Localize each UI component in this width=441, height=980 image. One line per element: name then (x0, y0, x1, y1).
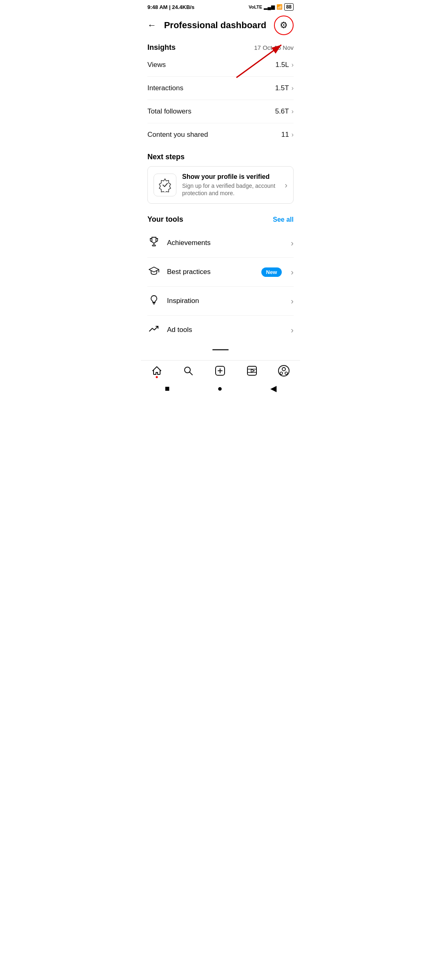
best-practices-icon (147, 265, 160, 279)
chevron-icon: › (291, 267, 294, 277)
tool-ad-tools[interactable]: Ad tools › (147, 316, 294, 344)
android-nav: ■ ● ◀ (141, 379, 300, 400)
chevron-icon: › (292, 131, 294, 138)
metric-content-value: 11 (281, 131, 289, 139)
metric-interactions[interactable]: Interactions 1.5T › (147, 77, 294, 100)
chevron-icon: › (291, 238, 294, 248)
signal-icon: ▂▄▆ (264, 4, 275, 10)
your-tools-title: Your tools (147, 215, 183, 224)
svg-marker-14 (251, 369, 254, 372)
verified-badge-card[interactable]: Show your profile is verified Sign up fo… (147, 166, 294, 204)
nav-search[interactable] (183, 365, 194, 376)
main-content: Insights 17 Oct-15 Nov Views 1.5L › Inte… (141, 40, 300, 350)
svg-rect-3 (152, 245, 156, 246)
page-title: Professional dashboard (156, 20, 274, 31)
chevron-icon: › (292, 85, 294, 92)
metric-views[interactable]: Views 1.5L › (147, 53, 294, 77)
tool-achievements[interactable]: Achievements › (147, 229, 294, 258)
verified-badge-subtitle: Sign up for a verified badge, account pr… (182, 182, 279, 197)
date-range: 17 Oct-15 Nov (254, 44, 294, 51)
svg-line-9 (190, 372, 193, 375)
android-square-btn[interactable]: ■ (165, 384, 169, 393)
next-steps-title: Next steps (147, 146, 294, 166)
page-header: ← Professional dashboard ⚙ (141, 12, 300, 40)
svg-marker-4 (149, 267, 159, 272)
metric-views-label: Views (147, 61, 166, 69)
tool-best-practices[interactable]: Best practices New › (147, 258, 294, 287)
android-back-btn[interactable]: ◀ (270, 383, 276, 393)
achievements-label: Achievements (167, 239, 284, 247)
settings-button[interactable]: ⚙ (274, 16, 294, 35)
metric-followers-value: 5.6T (275, 107, 289, 116)
see-all-button[interactable]: See all (273, 216, 294, 223)
nav-home[interactable] (151, 365, 163, 376)
insights-title: Insights (147, 43, 176, 52)
ad-tools-icon (147, 323, 160, 337)
nav-profile[interactable] (278, 365, 290, 377)
tool-inspiration[interactable]: Inspiration › (147, 287, 294, 316)
inspiration-label: Inspiration (167, 297, 284, 305)
status-bar: 9:48 AM | 24.4KB/s VoLTE ▂▄▆ 📶 88 (141, 0, 300, 12)
metric-content-label: Content you shared (147, 131, 208, 139)
achievements-icon (147, 236, 160, 250)
chevron-icon: › (292, 108, 294, 115)
chevron-icon: › (292, 61, 294, 69)
inspiration-icon (147, 294, 160, 308)
metric-followers[interactable]: Total followers 5.6T › (147, 100, 294, 123)
tools-header: Your tools See all (147, 207, 294, 229)
nav-reels[interactable] (246, 365, 258, 376)
verified-badge-icon (158, 178, 172, 192)
home-active-dot (156, 376, 158, 378)
verified-icon-wrap (154, 174, 176, 196)
battery-icon: 88 (284, 3, 294, 11)
best-practices-label: Best practices (167, 268, 255, 276)
metrics-list: Views 1.5L › Interactions 1.5T › Total f… (147, 53, 294, 146)
wifi-icon: 📶 (276, 4, 283, 10)
metric-views-value: 1.5L (276, 61, 289, 69)
volte-icon: VoLTE (249, 4, 262, 9)
svg-point-18 (282, 368, 285, 371)
insights-header: Insights 17 Oct-15 Nov (147, 40, 294, 53)
settings-icon: ⚙ (280, 20, 288, 31)
back-button[interactable]: ← (147, 20, 156, 31)
chevron-icon: › (291, 325, 294, 335)
metric-interactions-label: Interactions (147, 84, 183, 92)
new-badge: New (261, 267, 282, 277)
bottom-nav (141, 360, 300, 379)
svg-point-20 (285, 372, 287, 374)
tools-list: Achievements › Best practices New › (147, 229, 294, 344)
metric-content[interactable]: Content you shared 11 › (147, 123, 294, 146)
metric-followers-label: Total followers (147, 107, 192, 116)
verified-badge-title: Show your profile is verified (182, 173, 279, 180)
scroll-indicator (212, 349, 229, 350)
ad-tools-label: Ad tools (167, 326, 284, 334)
metric-interactions-value: 1.5T (275, 84, 289, 92)
svg-rect-13 (247, 366, 256, 375)
status-time: 9:48 AM | 24.4KB/s (147, 4, 194, 10)
nav-create[interactable] (214, 365, 226, 376)
android-circle-btn[interactable]: ● (218, 384, 223, 393)
chevron-icon: › (285, 180, 287, 190)
chevron-icon: › (291, 296, 294, 306)
svg-point-19 (280, 372, 283, 374)
status-icons: VoLTE ▂▄▆ 📶 88 (249, 3, 294, 11)
